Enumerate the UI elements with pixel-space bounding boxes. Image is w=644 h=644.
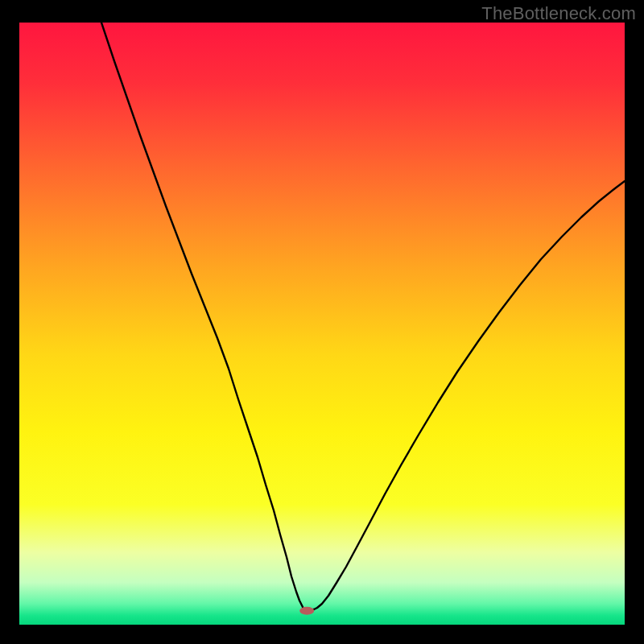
gradient-background bbox=[19, 23, 625, 625]
bottleneck-chart bbox=[19, 23, 625, 625]
watermark-text: TheBottleneck.com bbox=[481, 3, 636, 24]
optimal-point-marker bbox=[299, 607, 314, 615]
chart-stage: TheBottleneck.com bbox=[0, 0, 644, 644]
